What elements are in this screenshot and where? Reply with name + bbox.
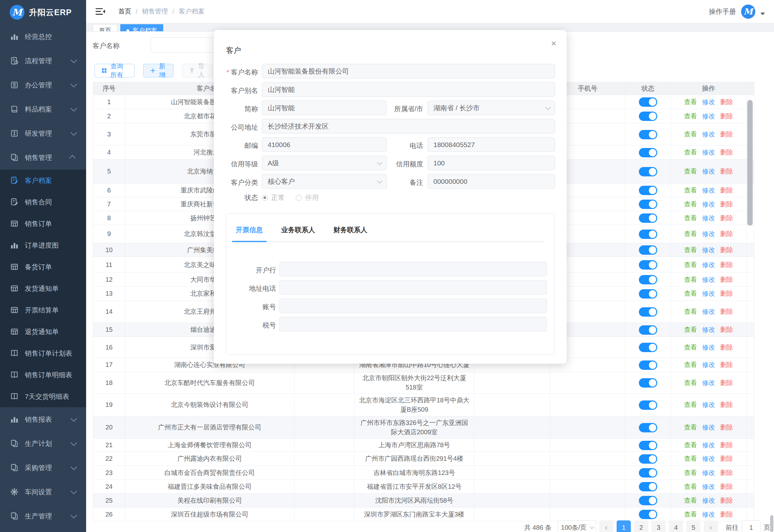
delete-link[interactable]: 删除 xyxy=(720,98,733,105)
invoice-field-input[interactable] xyxy=(279,280,547,295)
short-name-input[interactable]: 山河智能 xyxy=(262,101,387,115)
delete-link[interactable]: 删除 xyxy=(720,511,733,518)
edit-link[interactable]: 修改 xyxy=(702,441,715,448)
edit-link[interactable]: 修改 xyxy=(702,98,715,105)
delete-link[interactable]: 删除 xyxy=(720,290,733,297)
edit-link[interactable]: 修改 xyxy=(702,326,715,333)
goto-page-input[interactable] xyxy=(742,520,760,532)
status-radio-normal[interactable]: 正常 xyxy=(262,193,285,202)
import-button[interactable]: 导入 xyxy=(182,64,213,77)
breadcrumb-section[interactable]: 销售管理 xyxy=(142,7,168,16)
status-toggle[interactable] xyxy=(639,482,657,491)
delete-link[interactable]: 删除 xyxy=(720,230,733,237)
view-link[interactable]: 查看 xyxy=(684,308,697,315)
delete-link[interactable]: 删除 xyxy=(720,276,733,283)
detail-tab-1[interactable]: 业务联系人 xyxy=(281,225,315,241)
delete-link[interactable]: 删除 xyxy=(720,455,733,462)
page-button-5[interactable]: 5 xyxy=(686,520,700,532)
sidebar-item-10[interactable]: 备货订单 xyxy=(0,256,86,278)
delete-link[interactable]: 删除 xyxy=(720,113,733,120)
edit-link[interactable]: 修改 xyxy=(702,483,715,490)
page-button-1[interactable]: 1 xyxy=(617,520,631,532)
delete-link[interactable]: 删除 xyxy=(720,187,733,194)
edit-link[interactable]: 修改 xyxy=(702,469,715,476)
edit-link[interactable]: 修改 xyxy=(702,308,715,315)
status-toggle[interactable] xyxy=(639,148,657,157)
status-radio-disabled[interactable]: 停用 xyxy=(296,193,319,202)
province-select[interactable]: 湖南省 / 长沙市 xyxy=(428,101,555,115)
sidebar-item-15[interactable]: 销售订单明细表 xyxy=(0,364,86,386)
delete-link[interactable]: 删除 xyxy=(720,344,733,351)
view-link[interactable]: 查看 xyxy=(684,511,697,518)
status-toggle[interactable] xyxy=(639,130,657,139)
view-link[interactable]: 查看 xyxy=(684,497,697,504)
delete-link[interactable]: 删除 xyxy=(720,401,733,408)
view-link[interactable]: 查看 xyxy=(684,469,697,476)
status-toggle[interactable] xyxy=(639,454,657,464)
credit-limit-input[interactable]: 100 xyxy=(428,156,555,170)
delete-link[interactable]: 删除 xyxy=(720,131,733,138)
status-toggle[interactable] xyxy=(639,441,657,450)
status-toggle[interactable] xyxy=(639,186,657,195)
sidebar-item-18[interactable]: 生产计划 xyxy=(0,431,86,456)
view-link[interactable]: 查看 xyxy=(684,201,697,208)
breadcrumb-home[interactable]: 首页 xyxy=(118,7,131,16)
sidebar-item-13[interactable]: 退货通知单 xyxy=(0,321,86,342)
delete-link[interactable]: 删除 xyxy=(720,441,733,448)
view-link[interactable]: 查看 xyxy=(684,149,697,156)
status-toggle[interactable] xyxy=(639,289,657,299)
page-button-4[interactable]: 4 xyxy=(669,520,683,532)
sidebar-item-17[interactable]: 销售报表 xyxy=(0,407,86,431)
manual-link[interactable]: 操作手册 xyxy=(709,7,736,16)
delete-link[interactable]: 删除 xyxy=(720,168,733,175)
edit-link[interactable]: 修改 xyxy=(702,201,715,208)
sidebar-item-20[interactable]: 车间设置 xyxy=(0,480,86,504)
view-link[interactable]: 查看 xyxy=(684,214,697,222)
sidebar-item-3[interactable]: 料品档案 xyxy=(0,97,86,121)
invoice-field-input[interactable] xyxy=(279,317,547,331)
view-link[interactable]: 查看 xyxy=(684,455,697,462)
status-toggle[interactable] xyxy=(639,378,657,388)
edit-link[interactable]: 修改 xyxy=(702,455,715,462)
sidebar-item-1[interactable]: 流程管理 xyxy=(0,49,86,73)
sidebar-item-16[interactable]: 7天交货明细表 xyxy=(0,386,86,407)
detail-tab-0[interactable]: 开票信息 xyxy=(236,225,263,241)
delete-link[interactable]: 删除 xyxy=(720,246,733,253)
sidebar-item-2[interactable]: 办公管理 xyxy=(0,73,86,97)
view-link[interactable]: 查看 xyxy=(684,276,697,283)
sidebar-item-9[interactable]: 订单进度图 xyxy=(0,234,86,256)
page-button-3[interactable]: 3 xyxy=(651,520,666,532)
delete-link[interactable]: 删除 xyxy=(720,261,733,268)
edit-link[interactable]: 修改 xyxy=(702,344,715,351)
status-toggle[interactable] xyxy=(639,275,657,284)
status-toggle[interactable] xyxy=(639,97,657,107)
status-toggle[interactable] xyxy=(639,260,657,270)
view-link[interactable]: 查看 xyxy=(684,424,697,431)
edit-link[interactable]: 修改 xyxy=(702,379,715,386)
table-scrollbar-thumb[interactable] xyxy=(747,100,753,226)
page-scrollbar-thumb[interactable] xyxy=(770,515,773,532)
status-toggle[interactable] xyxy=(639,423,657,432)
user-menu-caret-icon[interactable] xyxy=(760,13,765,15)
delete-link[interactable]: 删除 xyxy=(720,149,733,156)
delete-link[interactable]: 删除 xyxy=(720,214,733,222)
sidebar-item-8[interactable]: 销售订单 xyxy=(0,213,86,234)
view-link[interactable]: 查看 xyxy=(684,344,697,351)
status-toggle[interactable] xyxy=(639,307,657,317)
view-link[interactable]: 查看 xyxy=(684,187,697,194)
sidebar-item-6[interactable]: 客户档案 xyxy=(0,170,86,191)
query-all-button[interactable]: 查询所有 xyxy=(94,64,134,77)
sidebar-item-22[interactable]: 加工车间 xyxy=(0,528,86,532)
status-toggle[interactable] xyxy=(639,400,657,410)
zip-input[interactable]: 410006 xyxy=(262,137,387,152)
page-size-select[interactable]: 100条/页 xyxy=(558,520,596,532)
status-toggle[interactable] xyxy=(639,112,657,121)
view-link[interactable]: 查看 xyxy=(684,401,697,408)
status-toggle[interactable] xyxy=(639,200,657,209)
edit-link[interactable]: 修改 xyxy=(702,246,715,253)
detail-tab-2[interactable]: 财务联系人 xyxy=(333,225,367,241)
edit-link[interactable]: 修改 xyxy=(702,214,715,222)
delete-link[interactable]: 删除 xyxy=(720,361,733,368)
edit-link[interactable]: 修改 xyxy=(702,131,715,138)
status-toggle[interactable] xyxy=(639,230,657,239)
